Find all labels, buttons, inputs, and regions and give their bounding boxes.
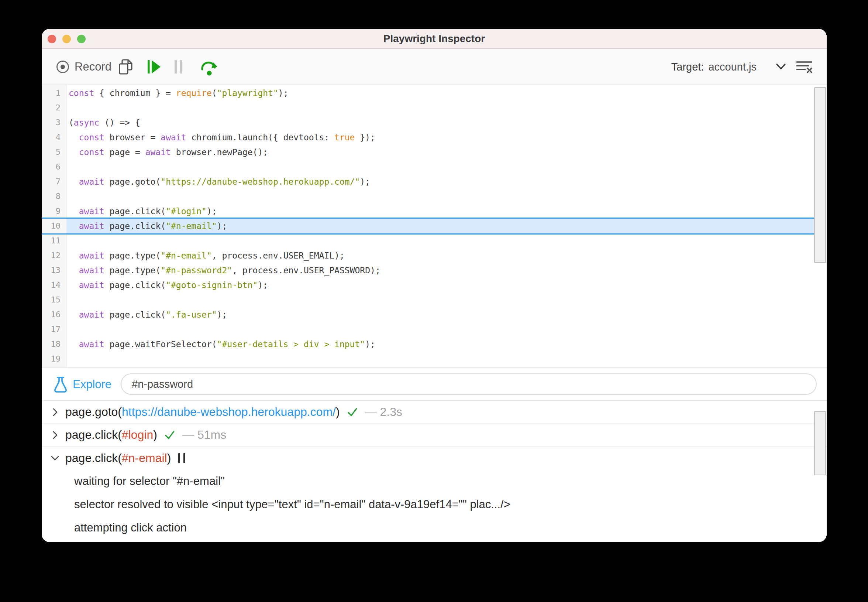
playwright-inspector-window: Playwright Inspector Record: [42, 29, 827, 542]
code-editor: 1const { chromium } = require("playwrigh…: [42, 85, 827, 367]
code-line: 12 await page.type("#n-email", process.e…: [42, 248, 827, 263]
duration-label: — 51ms: [182, 428, 226, 442]
code-text: [66, 233, 69, 248]
log-entry-text: page.click(#login): [65, 428, 157, 442]
log-entry[interactable]: page.click(#login)— 51ms: [42, 424, 827, 447]
target-dropdown-button[interactable]: [775, 49, 787, 85]
step-over-icon: [199, 58, 219, 76]
code-text: (async () => {: [66, 115, 140, 130]
selector-input[interactable]: [121, 373, 817, 395]
title-bar: Playwright Inspector: [42, 29, 827, 49]
line-number: 2: [42, 100, 66, 115]
line-number: 5: [42, 145, 66, 160]
check-icon: [163, 428, 176, 442]
log-scrollbar-thumb[interactable]: [814, 411, 826, 475]
code-text: await page.click("#login");: [66, 204, 217, 219]
record-icon: [55, 60, 70, 74]
chevron-right-icon[interactable]: [50, 407, 60, 417]
line-number: 8: [42, 189, 66, 204]
code-line: 15: [42, 292, 827, 307]
explore-bar: Explore: [42, 367, 827, 401]
target-label: Target:: [671, 61, 704, 73]
code-rows: 1const { chromium } = require("playwrigh…: [42, 85, 827, 367]
line-number: 3: [42, 115, 66, 130]
code-line: 2: [42, 100, 827, 115]
code-text: await page.waitForSelector("#user-detail…: [66, 337, 375, 352]
line-number: 12: [42, 248, 66, 263]
step-over-button[interactable]: [199, 49, 219, 85]
record-button[interactable]: Record: [55, 49, 112, 85]
code-text: const page = await browser.newPage();: [66, 145, 268, 160]
line-number: 15: [42, 292, 66, 307]
line-number: 13: [42, 263, 66, 278]
line-number: 1: [42, 86, 66, 100]
code-text: [66, 189, 69, 204]
log-detail-line: selector resolved to visible <input type…: [42, 493, 827, 516]
code-text: await page.click("#goto-signin-btn");: [66, 278, 268, 292]
line-number: 16: [42, 307, 66, 322]
code-line: 9 await page.click("#login");: [42, 204, 827, 219]
line-number: 18: [42, 337, 66, 352]
line-number: 14: [42, 278, 66, 292]
resume-button[interactable]: [146, 49, 162, 85]
explore-label: Explore: [73, 378, 112, 391]
line-number: 7: [42, 174, 66, 189]
code-text: [66, 160, 69, 174]
code-text: const browser = await chromium.launch({ …: [66, 130, 375, 145]
line-number: 11: [42, 233, 66, 248]
code-line: 5 const page = await browser.newPage();: [42, 145, 827, 160]
code-line: 19: [42, 352, 827, 366]
code-text: const { chromium } = require("playwright…: [66, 86, 288, 100]
line-number: 19: [42, 352, 66, 366]
copy-icon: [117, 58, 134, 76]
code-text: [66, 100, 69, 115]
code-line: 7 await page.goto("https://danube-websho…: [42, 174, 827, 189]
clear-log-button[interactable]: [795, 49, 813, 85]
code-line: 8: [42, 189, 827, 204]
line-number: 10: [42, 219, 66, 233]
paused-icon: [178, 453, 185, 463]
chevron-right-icon[interactable]: [50, 430, 60, 440]
code-text: await page.click("#n-email");: [66, 219, 227, 233]
code-text: [66, 352, 69, 366]
explore-button[interactable]: Explore: [53, 368, 112, 401]
code-line: 16 await page.click(".fa-user");: [42, 307, 827, 322]
log-detail-line: waiting for selector "#n-email": [42, 469, 827, 493]
code-line: 14 await page.click("#goto-signin-btn");: [42, 278, 827, 292]
code-text: await page.type("#n-email", process.env.…: [66, 248, 345, 263]
clear-log-icon: [795, 59, 813, 75]
code-text: await page.type("#n-password2", process.…: [66, 263, 381, 278]
code-line: 4 const browser = await chromium.launch(…: [42, 130, 827, 145]
code-line: 17: [42, 322, 827, 337]
line-number: 9: [42, 204, 66, 219]
line-number: 6: [42, 160, 66, 174]
code-line: 3(async () => {: [42, 115, 827, 130]
pause-icon: [171, 59, 185, 75]
window-title: Playwright Inspector: [42, 29, 827, 49]
log-entry-text: page.click(#n-email): [65, 452, 171, 465]
line-number: 4: [42, 130, 66, 145]
code-line: 10 await page.click("#n-email");: [42, 219, 827, 233]
code-text: [66, 292, 69, 307]
target-selector[interactable]: Target: account.js: [671, 49, 756, 85]
log-entry[interactable]: page.goto(https://danube-webshop.herokua…: [42, 401, 827, 424]
chevron-down-icon[interactable]: [50, 453, 60, 463]
code-line: 6: [42, 160, 827, 174]
resume-icon: [146, 59, 162, 75]
copy-button[interactable]: [117, 49, 134, 85]
code-line: 1const { chromium } = require("playwrigh…: [42, 86, 827, 100]
log-entry[interactable]: page.click(#n-email): [42, 447, 827, 469]
toolbar: Record: [42, 49, 827, 85]
target-value: account.js: [708, 61, 756, 73]
log-detail-line: attempting click action: [42, 516, 827, 539]
flask-icon: [53, 376, 68, 393]
code-line: 13 await page.type("#n-password2", proce…: [42, 263, 827, 278]
duration-label: — 2.3s: [365, 405, 402, 419]
record-label: Record: [75, 60, 112, 74]
log-url-link[interactable]: https://danube-webshop.herokuapp.com/: [122, 405, 336, 418]
action-log: page.goto(https://danube-webshop.herokua…: [42, 401, 827, 542]
code-text: [66, 322, 69, 337]
code-line: 18 await page.waitForSelector("#user-det…: [42, 337, 827, 352]
line-number: 17: [42, 322, 66, 337]
pause-button[interactable]: [171, 49, 185, 85]
